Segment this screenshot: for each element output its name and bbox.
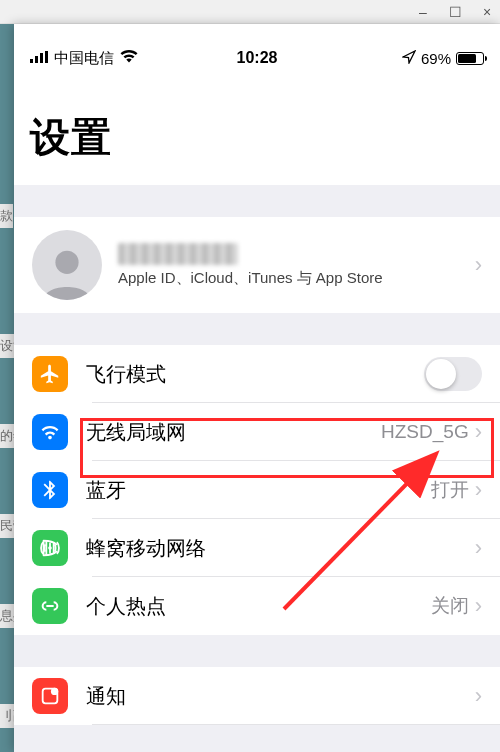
chevron-right-icon: ›: [475, 252, 482, 278]
battery-icon: [456, 52, 484, 65]
cellular-signal-icon: [30, 50, 48, 66]
svg-point-5: [48, 546, 52, 550]
hotspot-row[interactable]: 个人热点 关闭 ›: [14, 577, 500, 635]
status-bar: 中国电信 10:28 69%: [14, 24, 500, 74]
cellular-icon: [32, 530, 68, 566]
airplane-switch[interactable]: [424, 357, 482, 391]
status-time: 10:28: [237, 49, 278, 67]
chevron-right-icon: ›: [475, 419, 482, 445]
apple-id-row[interactable]: Apple ID、iCloud、iTunes 与 App Store ›: [14, 217, 500, 313]
hotspot-value: 关闭: [431, 593, 469, 619]
wifi-settings-icon: [32, 414, 68, 450]
chevron-right-icon: ›: [475, 477, 482, 503]
account-name-redacted: [118, 243, 238, 265]
carrier-label: 中国电信: [54, 49, 114, 68]
connectivity-section: 飞行模式 无线局域网 HZSD_5G › 蓝牙 打开 ›: [14, 345, 500, 635]
bluetooth-row[interactable]: 蓝牙 打开 ›: [14, 461, 500, 519]
account-section: Apple ID、iCloud、iTunes 与 App Store ›: [14, 217, 500, 313]
wifi-row[interactable]: 无线局域网 HZSD_5G ›: [14, 403, 500, 461]
svg-rect-1: [35, 56, 38, 63]
avatar-icon: [32, 230, 102, 300]
window-minimize-button[interactable]: –: [416, 4, 430, 20]
notifications-section: 通知 ›: [14, 667, 500, 725]
backdrop-fragment: 款: [0, 204, 13, 228]
wifi-label: 无线局域网: [86, 419, 381, 446]
airplane-label: 飞行模式: [86, 361, 424, 388]
cellular-row[interactable]: 蜂窝移动网络 ›: [14, 519, 500, 577]
notifications-icon: [32, 678, 68, 714]
location-icon: [402, 50, 416, 67]
wifi-value: HZSD_5G: [381, 421, 469, 443]
hotspot-icon: [32, 588, 68, 624]
airplane-mode-row[interactable]: 飞行模式: [14, 345, 500, 403]
page-title: 设置: [14, 74, 500, 185]
phone-screen: 中国电信 10:28 69% 设置 Apple ID、iCloud、iTunes…: [14, 24, 500, 752]
window-close-button[interactable]: ×: [480, 4, 494, 20]
chevron-right-icon: ›: [475, 535, 482, 561]
chevron-right-icon: ›: [475, 593, 482, 619]
hotspot-label: 个人热点: [86, 593, 431, 620]
cellular-label: 蜂窝移动网络: [86, 535, 475, 562]
wifi-icon: [120, 50, 138, 66]
chevron-right-icon: ›: [475, 683, 482, 709]
bluetooth-label: 蓝牙: [86, 477, 431, 504]
airplane-icon: [32, 356, 68, 392]
host-window-titlebar: – ☐ ×: [0, 0, 500, 24]
bluetooth-value: 打开: [431, 477, 469, 503]
svg-rect-0: [30, 59, 33, 63]
bluetooth-icon: [32, 472, 68, 508]
notifications-row[interactable]: 通知 ›: [14, 667, 500, 725]
battery-percentage: 69%: [421, 50, 451, 67]
notifications-label: 通知: [86, 683, 475, 710]
svg-rect-3: [45, 51, 48, 63]
window-maximize-button[interactable]: ☐: [448, 4, 462, 20]
svg-point-4: [55, 251, 78, 274]
svg-point-7: [51, 688, 58, 695]
svg-rect-2: [40, 53, 43, 63]
account-subtitle: Apple ID、iCloud、iTunes 与 App Store: [118, 269, 475, 288]
